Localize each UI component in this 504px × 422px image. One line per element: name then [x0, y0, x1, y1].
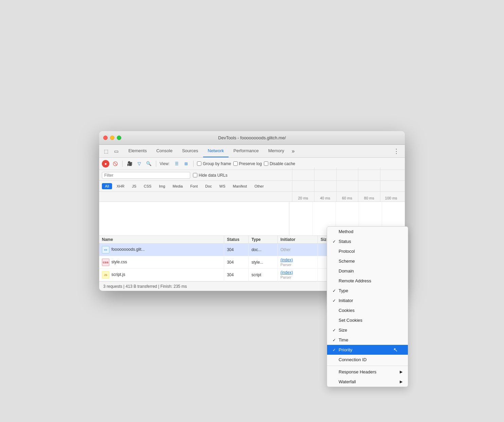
css-file-icon: CSS — [102, 259, 109, 266]
tree-view-button[interactable]: ⊞ — [182, 160, 190, 168]
col-header-name[interactable]: Name — [99, 236, 224, 244]
toolbar-divider-3 — [193, 161, 194, 167]
cell-name: <>foooooooods.glit... — [99, 244, 224, 256]
maximize-button[interactable] — [117, 136, 121, 140]
col-header-initiator[interactable]: Initiator — [277, 236, 318, 244]
window-title: DevTools - foooooooods.glitch.me/ — [218, 135, 286, 140]
type-pill-all[interactable]: All — [102, 183, 112, 189]
js-file-icon: JS — [102, 271, 109, 279]
menu-item-label: Domain — [339, 268, 402, 274]
waterfall-header: 20 ms 40 ms 60 ms 80 ms 100 ms — [99, 192, 405, 202]
search-button[interactable]: 🔍 — [145, 160, 152, 168]
tab-memory[interactable]: Memory — [264, 145, 289, 157]
menu-item-scheme[interactable]: Scheme — [327, 256, 408, 266]
hide-data-urls-label[interactable]: Hide data URLs — [193, 173, 228, 178]
tick-100ms: 100 ms — [380, 196, 402, 200]
hide-data-urls-checkbox[interactable] — [193, 173, 197, 177]
disable-cache-checkbox[interactable] — [264, 161, 268, 166]
html-file-icon: <> — [102, 246, 109, 253]
menu-item-method[interactable]: Method — [327, 227, 408, 236]
context-menu: Method✓StatusProtocolSchemeDomainRemote … — [327, 226, 408, 387]
menu-item-label: Size — [339, 328, 402, 333]
clear-button[interactable]: 🚫 — [111, 160, 119, 168]
menu-item-status[interactable]: ✓Status — [327, 236, 408, 246]
preserve-log-label[interactable]: Preserve log — [233, 161, 262, 166]
type-pill-media[interactable]: Media — [169, 183, 186, 189]
close-button[interactable] — [103, 136, 108, 140]
menu-item-label: Protocol — [339, 249, 402, 254]
list-view-button[interactable]: ☰ — [173, 160, 180, 168]
devtools-tab-bar: ⬚ ▭ Elements Console Sources Network Per… — [99, 145, 405, 158]
menu-check-icon: ✓ — [332, 338, 339, 342]
submenu-arrow-icon: ▶ — [400, 370, 402, 374]
menu-item-label: Time — [339, 337, 402, 342]
status-text: 3 requests | 413 B transferred | Finish:… — [103, 284, 187, 289]
type-pill-doc[interactable]: Doc — [202, 183, 215, 189]
menu-check-icon: ✓ — [332, 239, 339, 244]
tick-20ms: 20 ms — [292, 196, 314, 200]
group-by-frame-label[interactable]: Group by frame — [197, 161, 231, 166]
menu-item-priority[interactable]: ✓Priority↖ — [327, 345, 408, 355]
tab-list: Elements Console Sources Network Perform… — [124, 145, 298, 157]
menu-item-set-cookies[interactable]: Set Cookies — [327, 315, 408, 325]
cursor-icon[interactable]: ⬚ — [102, 147, 110, 155]
menu-item-connection-id[interactable]: Connection ID — [327, 355, 408, 365]
submenu-arrow-icon: ▶ — [400, 380, 402, 384]
record-button[interactable]: ● — [102, 160, 109, 168]
menu-item-initiator[interactable]: ✓Initiator — [327, 296, 408, 305]
menu-item-label: Response Headers — [339, 369, 400, 374]
menu-item-label: Status — [339, 239, 402, 244]
tick-40ms: 40 ms — [314, 196, 336, 200]
group-by-frame-checkbox[interactable] — [197, 161, 201, 166]
tab-sources[interactable]: Sources — [177, 145, 203, 157]
cursor-pointer-icon: ↖ — [393, 347, 398, 353]
type-pill-ws[interactable]: WS — [216, 183, 229, 189]
tab-console[interactable]: Console — [151, 145, 177, 157]
col-header-type[interactable]: Type — [249, 236, 277, 244]
filter-input-wrapper — [102, 172, 190, 179]
cell-name: JSscript.js — [99, 269, 224, 281]
type-pill-xhr[interactable]: XHR — [113, 183, 127, 189]
type-pill-js[interactable]: JS — [129, 183, 139, 189]
tab-performance[interactable]: Performance — [229, 145, 263, 157]
menu-item-protocol[interactable]: Protocol — [327, 246, 408, 256]
menu-item-label: Priority — [339, 347, 402, 352]
toolbar-divider-1 — [122, 161, 123, 167]
device-icon[interactable]: ▭ — [112, 147, 120, 155]
menu-item-waterfall[interactable]: Waterfall▶ — [327, 377, 408, 387]
filter-input[interactable] — [104, 173, 188, 178]
menu-separator — [327, 366, 408, 366]
cell-name: CSSstyle.css — [99, 256, 224, 269]
menu-item-type[interactable]: ✓Type — [327, 286, 408, 296]
devtools-menu-button[interactable]: ⋮ — [391, 147, 402, 155]
menu-item-cookies[interactable]: Cookies — [327, 305, 408, 315]
tab-icon-group: ⬚ ▭ — [102, 147, 120, 155]
menu-item-label: Connection ID — [339, 357, 402, 362]
camera-button[interactable]: 🎥 — [126, 160, 133, 168]
type-pill-other[interactable]: Other — [251, 183, 267, 189]
type-pill-font[interactable]: Font — [187, 183, 201, 189]
view-label: View: — [160, 161, 169, 166]
menu-check-icon: ✓ — [332, 288, 339, 293]
cell-type: style... — [249, 256, 277, 269]
preserve-log-checkbox[interactable] — [233, 161, 238, 166]
menu-item-size[interactable]: ✓Size — [327, 325, 408, 335]
type-pill-img[interactable]: Img — [156, 183, 168, 189]
tab-more-button[interactable]: » — [289, 148, 298, 154]
title-bar: DevTools - foooooooods.glitch.me/ — [99, 131, 405, 145]
menu-item-remote-address[interactable]: Remote Address — [327, 276, 408, 286]
menu-item-response-headers[interactable]: Response Headers▶ — [327, 367, 408, 377]
tab-elements[interactable]: Elements — [124, 145, 151, 157]
disable-cache-label[interactable]: Disable cache — [264, 161, 295, 166]
col-header-status[interactable]: Status — [224, 236, 249, 244]
menu-item-label: Scheme — [339, 259, 402, 264]
menu-item-time[interactable]: ✓Time — [327, 335, 408, 345]
filter-button[interactable]: ▽ — [136, 160, 143, 168]
cell-type: script — [249, 269, 277, 281]
minimize-button[interactable] — [110, 136, 114, 140]
type-pill-manifest[interactable]: Manifest — [230, 183, 250, 189]
type-pill-css[interactable]: CSS — [141, 183, 155, 189]
menu-item-domain[interactable]: Domain — [327, 266, 408, 276]
tab-network[interactable]: Network — [203, 145, 229, 157]
type-filter-bar: All XHR JS CSS Img Media Font Doc WS Man… — [99, 181, 405, 192]
